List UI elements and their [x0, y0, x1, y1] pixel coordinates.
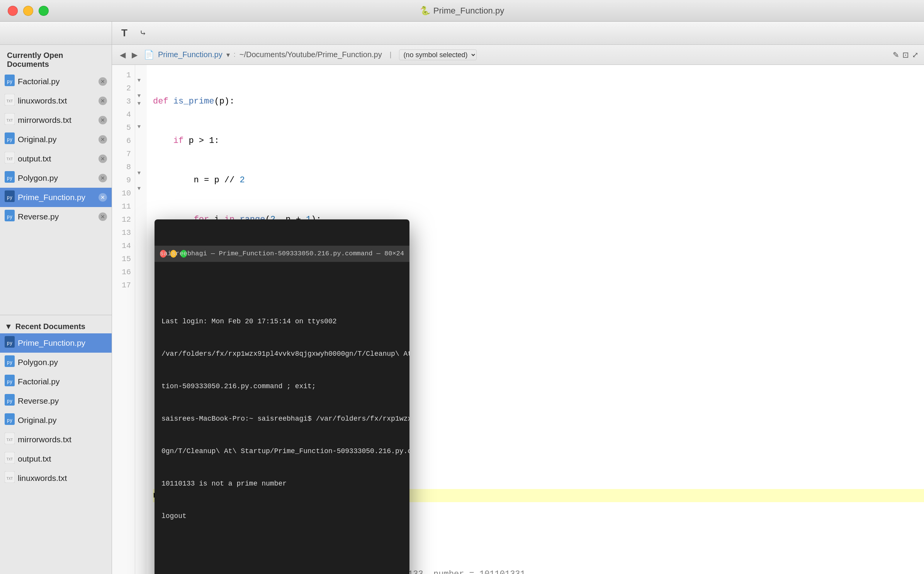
recent-label-original: Original.py: [18, 416, 107, 425]
code-editor[interactable]: 12345 678910 1112131415 1617 ▼ ▼ ▼ ▼: [112, 65, 924, 574]
open-docs-header: Currently Open Documents: [0, 45, 112, 72]
recent-item-original[interactable]: py Original.py: [0, 411, 112, 430]
recent-label-mirrorwords: mirrorwords.txt: [18, 435, 107, 444]
recent-icon-py-original: py: [5, 413, 15, 427]
recent-docs-header[interactable]: ▼ Recent Documents: [0, 318, 112, 333]
recent-item-polygon[interactable]: py Polygon.py: [0, 353, 112, 372]
sidebar-divider: [0, 315, 112, 315]
code-line-3: n = p // 2: [153, 174, 924, 187]
recent-item-linuxwords[interactable]: TXT linuxwords.txt: [0, 469, 112, 488]
close-button[interactable]: [8, 6, 18, 16]
nav-back-btn[interactable]: ◀: [117, 49, 128, 60]
terminal-body[interactable]: Last login: Mon Feb 20 17:15:14 on ttys0…: [155, 288, 409, 574]
svg-text:TXT: TXT: [7, 157, 13, 161]
sidebar-item-polygon[interactable]: py Polygon.py ✕: [0, 168, 112, 188]
filepath-path: ~/Documents/Youtube/Prime_Function.py: [239, 50, 382, 59]
filepath-nav[interactable]: ◀ ▶: [117, 49, 140, 60]
file-icon-py-polygon: py: [5, 171, 15, 185]
recent-icon-txt-output: TXT: [5, 452, 15, 466]
svg-text:py: py: [7, 360, 12, 365]
fold-5[interactable]: ▼: [135, 100, 143, 107]
svg-text:TXT: TXT: [7, 477, 13, 481]
svg-text:py: py: [7, 137, 12, 142]
sidebar-item-mirrorwords[interactable]: TXT mirrorwords.txt ✕: [0, 110, 112, 130]
recent-label-factorial: Factorial.py: [18, 377, 107, 386]
sidebar-item-label-prime: Prime_Function.py: [18, 193, 95, 202]
svg-text:py: py: [7, 418, 12, 423]
recent-icon-txt-linux: TXT: [5, 471, 15, 485]
expand-icon[interactable]: ⤢: [912, 50, 919, 59]
sidebar-item-factorial[interactable]: py Factorial.py ✕: [0, 72, 112, 91]
fold-16[interactable]: ▼: [135, 185, 143, 192]
recent-icon-txt-mirror: TXT: [5, 433, 15, 447]
file-icon-py: py: [5, 75, 15, 88]
svg-text:TXT: TXT: [7, 438, 13, 442]
svg-text:py: py: [7, 195, 12, 200]
format-tool-btn[interactable]: ⤷: [136, 26, 150, 40]
close-output-btn[interactable]: ✕: [99, 155, 107, 163]
minimize-button[interactable]: [23, 6, 33, 16]
filepath-dropdown-icon[interactable]: ▾: [226, 51, 230, 59]
recent-label-prime: Prime_Function.py: [18, 338, 107, 348]
maximize-button[interactable]: [39, 6, 49, 16]
sidebar-item-label-linuxwords: linuxwords.txt: [18, 96, 95, 105]
file-icon-py-original: py: [5, 132, 15, 146]
close-reverse-btn[interactable]: ✕: [99, 212, 107, 221]
recent-item-mirrorwords[interactable]: TXT mirrorwords.txt: [0, 430, 112, 449]
recent-item-factorial[interactable]: py Factorial.py: [0, 372, 112, 391]
close-linuxwords-btn[interactable]: ✕: [99, 97, 107, 105]
filepath-filename[interactable]: Prime_Function.py: [158, 50, 223, 59]
text-tool-btn[interactable]: T: [117, 26, 131, 40]
filepath-bar: ◀ ▶ 📄 Prime_Function.py ▾ : ~/Documents/…: [112, 45, 924, 65]
fold-10: [135, 138, 143, 146]
recent-item-prime[interactable]: py Prime_Function.py: [0, 333, 112, 353]
sidebar-item-reverse[interactable]: py Reverse.py ✕: [0, 207, 112, 226]
recent-label-reverse: Reverse.py: [18, 396, 107, 406]
terminal-line-7: logout: [161, 511, 403, 521]
split-icon[interactable]: ⊡: [902, 50, 909, 59]
close-factorial-btn[interactable]: ✕: [99, 77, 107, 86]
svg-text:py: py: [7, 379, 12, 384]
file-icon-txt2: TXT: [5, 113, 15, 127]
sidebar-item-linuxwords[interactable]: TXT linuxwords.txt ✕: [0, 91, 112, 110]
fold-12: [135, 154, 143, 161]
terminal-window[interactable]: saisreebhagi — Prime_Function-509333050.…: [155, 219, 409, 574]
edit-icon[interactable]: ✎: [893, 50, 899, 59]
recent-icon-py-prime: py: [5, 336, 15, 350]
recent-label-output: output.txt: [18, 454, 107, 464]
line-numbers: 12345 678910 1112131415 1617: [112, 65, 135, 574]
recent-icon-py-factorial: py: [5, 375, 15, 389]
fold-14[interactable]: ▼: [135, 169, 143, 177]
close-original-btn[interactable]: ✕: [99, 135, 107, 144]
sidebar-item-label-factorial: Factorial.py: [18, 77, 95, 86]
nav-forward-btn[interactable]: ▶: [129, 49, 140, 60]
svg-text:py: py: [7, 340, 12, 346]
sidebar: Currently Open Documents py Factorial.py…: [0, 22, 112, 574]
terminal-line-2: /var/folders/fx/rxp1wzx91pl4vvkv8qjgxwyh…: [161, 348, 403, 359]
sidebar-item-prime-function[interactable]: py Prime_Function.py ✕: [0, 188, 112, 207]
code-content[interactable]: def is_prime(p): if p > 1: n = p // 2 fo…: [147, 65, 924, 574]
recent-icon-py-reverse: py: [5, 394, 15, 408]
code-line-2: if p > 1:: [153, 134, 924, 148]
fold-2[interactable]: ▼: [135, 76, 143, 84]
fold-gutters: ▼ ▼ ▼ ▼ ▼ ▼: [135, 65, 147, 574]
window-title: 🐍 Prime_Function.py: [420, 6, 504, 16]
recent-item-reverse[interactable]: py Reverse.py: [0, 391, 112, 411]
window-controls[interactable]: [8, 6, 49, 16]
editor-area: T ⤷ ◀ ▶ 📄 Prime_Function.py ▾ : ~/Docume…: [112, 22, 924, 574]
terminal-line-3: tion-509333050.216.py.command ; exit;: [161, 381, 403, 392]
close-prime-btn[interactable]: ✕: [99, 193, 107, 202]
fold-8[interactable]: ▼: [135, 123, 143, 131]
symbol-selector[interactable]: (no symbol selected) is_prime: [399, 49, 477, 60]
recent-label-polygon: Polygon.py: [18, 358, 107, 367]
svg-text:py: py: [7, 398, 12, 404]
recent-item-output[interactable]: TXT output.txt: [0, 449, 112, 469]
fold-11: [135, 146, 143, 154]
title-bar: 🐍 Prime_Function.py: [0, 0, 924, 22]
sidebar-item-output[interactable]: TXT output.txt ✕: [0, 149, 112, 168]
sidebar-item-original[interactable]: py Original.py ✕: [0, 130, 112, 149]
sidebar-item-label-reverse: Reverse.py: [18, 212, 95, 221]
close-mirrorwords-btn[interactable]: ✕: [99, 116, 107, 124]
open-docs-list: py Factorial.py ✕ TXT linuxwords.txt ✕ T…: [0, 72, 112, 312]
close-polygon-btn[interactable]: ✕: [99, 174, 107, 182]
